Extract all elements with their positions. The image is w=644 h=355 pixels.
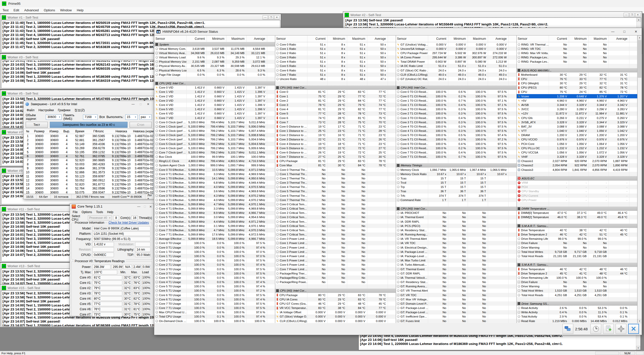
coretemp-close-button[interactable]: ✕ [149,205,152,209]
sensor-row[interactable]: IA: Package-Level ...NoNoNo [396,250,516,254]
sensor-row[interactable]: ϟGT (Slice) Voltage O...0.000 V0.000 V0.… [275,314,396,319]
sensor-row[interactable]: Core 3 Power Limit ...NoNoNo [275,250,396,254]
hwinfo-exit-button[interactable]: ✕ [628,324,639,334]
sensor-row[interactable]: ϟIA Voltage Offset0.000 V0.000 V0.000 V0… [275,310,396,314]
sensor-row[interactable]: GT: DDR RAPLNoNoNo [396,271,516,275]
column-header[interactable]: Maximum [589,35,609,42]
sensor-row[interactable]: Core 2 Ratio51 x8 x51 x50 x [275,51,396,55]
column-header[interactable]: Average [367,35,388,42]
close-button[interactable]: ✕ [274,15,279,20]
sensor-row[interactable]: GT: Running Avera...NoNoNo [396,284,516,289]
column-header[interactable]: Maximum [468,35,488,42]
sensor-row[interactable]: Core 7 T1 C0 Resid...100.0 %0.7 %100.0 %… [396,154,516,159]
sensor-row[interactable]: Core 4 T0 C0 Resid...100.0 %0.3 %100.0 %… [396,124,516,129]
sensor-row[interactable]: IA: Running Averag...NoNoNo [396,232,516,237]
column-header[interactable]: Minimum [207,35,226,42]
sensor-row[interactable]: Tras36 T36 T36 T [396,189,516,193]
minimize-button[interactable]: — [263,15,268,20]
sensor-section[interactable]: ASUS ROG MAXIMU... [517,68,637,72]
sensor-row[interactable]: DIMM[0] Temperature47.0 °C37.3 °C49.0 °C… [517,211,637,215]
linx-menu-Графики[interactable]: Графики [56,108,72,112]
linx-unit-dropdown[interactable]: раз▾ [139,114,152,120]
sensor-row[interactable]: Chassis34,804 RPM1,841 RPM4,856 RPM4,419… [517,168,637,172]
sensor-row[interactable]: Total Activity2.9 %0.0 %53.4 %0.1 % [517,314,637,319]
sensor-row[interactable]: On-Demand Clock ...100.0 %100.0 %100.0 %… [154,319,275,323]
sensor-row[interactable]: ϟCore 6 VID1.413 V0.660 V1.415 V1.397 V [154,111,275,116]
sensor-row[interactable]: CLR (CBo/LLC/Ring)...49.0 x49.0 x49.0 x4… [396,72,516,77]
sensor-section[interactable]: CPU [#0]: Intel Cor... [396,207,516,211]
sensor-row[interactable]: GT: Package-Level ...NoNoNo [396,310,516,314]
sensor-row[interactable]: CPU Package80 °C29 °C83 °C78 °C [275,293,396,297]
column-header[interactable]: Sensor [154,35,187,42]
sensor-row[interactable]: GT: Inefficient Ope...NoNoNo [396,314,516,319]
linx-result-row[interactable]: 43060030600453.269358.62789.132769e-103.… [24,146,153,150]
sensor-row[interactable]: Tcas15 T15 T15 T [396,176,516,180]
sensor-row[interactable]: IA: Max Turbo LimitNoNoNo [396,258,516,263]
sensor-row[interactable]: ϟCPU PLLs OC1.232 V1.232 V1.232 V1.232 V [517,146,637,150]
sensor-row[interactable]: RING: VR TDCNoNoNo [517,47,637,51]
sensor-row[interactable]: Write Activity0.4 %0.0 %11.3 %0.1 % [517,310,637,314]
sensor-row[interactable]: CPU IA Cores80 °C29 °C83 °C78 °C [275,297,396,301]
sensor-row[interactable]: Virtual Memory Load9.6 %9.3 %29.3 %12.1 … [154,55,275,60]
sensor-row[interactable]: Core 773 °C28 °C75 °C70 °C [275,120,396,124]
linx-result-row[interactable]: 83060030600453.003360.42839.132769e-103.… [24,162,153,166]
sensor-row[interactable]: Core 6 T0 Usage100.0 %0.0 %100.0 %97.5 % [154,293,275,297]
sensor-row[interactable]: Core 0 Clock (perf ...5,100.0 MHz799.4 M… [154,120,275,124]
sensor-row[interactable]: GT (Slice) OC Ratio ...24.0 x24.0 x24.0 … [396,68,516,72]
sensor-row[interactable]: Core 4 T0 Effective...5,099.8 MHz4.7 MHz… [154,202,275,206]
sensor-row[interactable]: Core 7 T0 Effective...5,099.8 MHz4.7 MHz… [154,228,275,232]
sensor-row[interactable]: Page File Usage0.0 %0.0 %0.0 %0.0 % [154,72,275,77]
sensor-row[interactable]: RING: Max VR Volta...NoNoNo [517,51,637,55]
sensor-row[interactable]: ×VRM---- [517,181,637,185]
sensor-row[interactable]: Drive FailureNoNoNo [517,280,637,284]
scrollbar[interactable]: ▼ [636,333,640,350]
sensor-row[interactable]: RING: VR Thermal ...NoNoNo [517,42,637,47]
sensor-row[interactable]: CPU GT Cores (Gra...46 °C29 °C48 °C45 °C [275,301,396,306]
sensor-section[interactable]: DIMM Temperature ... [517,207,637,211]
sensor-row[interactable]: Core 1 T0 C0 Resid...100.0 %0.7 %100.0 %… [396,98,516,103]
sensor-row[interactable]: Read Activity2.6 %0.0 %53.3 %0.0 % [517,306,637,310]
linx-result-row[interactable]: 123060030600453.052360.09129.132769e-103… [24,178,153,182]
sensor-row[interactable]: Core 5 Power Limit ...NoNoNo [275,258,396,263]
linx-result-row[interactable]: 13060030600452.987360.53659.132769e-103.… [24,134,153,138]
sensor-row[interactable]: Core 4 Distance to ...19 °C18 °C71 °C23 … [275,142,396,146]
sensor-row[interactable]: Core 2 Thermal Thr...NoNoNo [275,176,396,180]
hwinfo-scrollbar[interactable]: ▲▼ [637,35,641,323]
sensor-row[interactable]: ϟ+12V11.872 V11.872 V11.984 V11.881 V [517,111,637,116]
sensor-row[interactable]: ϟVHIF3.328 V3.328 V3.328 V3.328 V [517,154,637,159]
sensor-row[interactable]: Core 1 T1 Effective...5,099.8 MHz6.8 MHz… [154,181,275,185]
hwinfo-titlebar[interactable]: HWiNFO64 v6.24-4120 Sensor Status — □ ✕ [154,28,642,35]
sensor-row[interactable]: Drive WarningNoNoNo [517,284,637,289]
sensor-row[interactable]: ϟ3VCC3.280 V3.280 V3.296 V3.283 V [517,107,637,111]
linx-result-row[interactable]: 93060030600452.864361.37099.132769e-103.… [24,166,153,170]
sensor-row[interactable]: Core 3 Ratio51 x8 x51 x50 x [275,55,396,60]
sensor-row[interactable]: CPU (Weight)30 °C29 °C32 °C31 °C [517,81,637,86]
column-header[interactable]: Minimum [569,35,589,42]
sensor-row[interactable]: CPU (PECI)80 °C30 °C82 °C78 °C [517,86,637,90]
sensor-row[interactable]: ϟVTT1.040 V1.040 V1.056 V1.042 V [517,129,637,133]
prime95-titlebar[interactable]: 2-1 Prime95 [0,0,644,7]
sensor-row[interactable]: GT (Unslice) OC Rat...24.0 x24.0 x24.0 x… [396,77,516,81]
restore-button[interactable]: ❐ [268,15,274,20]
sensor-row[interactable]: IA: Thermal Velocit...NoNoNo [396,275,516,280]
sensor-row[interactable]: Core 4 T1 C0 Resid...100.0 %0.3 %100.0 %… [396,129,516,133]
sensor-row[interactable]: Core 2 Power Limit ...NoNoNo [275,245,396,250]
sensor-row[interactable]: Core 2 Distance to ...19 °C16 °C71 °C23 … [275,133,396,137]
sensor-row[interactable]: ϟCPU VCCSA1.056 V1.056 V1.072 V1.056 V [517,150,637,154]
sensor-row[interactable]: Core 7 T0 C0 Resid...100.0 %0.4 %100.0 %… [396,150,516,154]
coretemp-maximize-button[interactable]: □ [144,205,146,209]
sensor-row[interactable]: Core 4 T0 Usage100.0 %0.0 %100.0 %97.5 % [154,275,275,280]
sensor-row[interactable]: Core 0 T0 C0 Resid...100.0 %0.6 %100.0 %… [396,90,516,94]
sensor-row[interactable]: Memory Clock1,066.7 MHz1,065.6 MHz1,067.… [396,168,516,172]
sensor-row[interactable]: ϟCore 2 VID1.413 V0.660 V1.415 V1.397 V [154,94,275,98]
coretemp-menu-help[interactable]: Help [105,210,115,214]
scroll-thumb[interactable] [638,40,641,78]
sensor-row[interactable]: Read Rate1.219 MB/s0.000 MB/s14.498 MB/s… [517,319,637,323]
column-header[interactable]: Maximum [347,35,367,42]
menu-item-options[interactable]: Options [41,7,58,13]
linx-close-button[interactable]: ✕ [144,102,152,106]
sensor-row[interactable]: Core 1 T1 Usage100.0 %0.0 %100.0 %97.0 % [154,254,275,258]
sensor-section[interactable]: CPU [#0]: Intel Cor... [396,86,516,90]
sensor-row[interactable]: IA OC Ratio Limit51.0 x51.0 x51.0 x51.0 … [396,64,516,68]
column-header[interactable]: Current [307,35,328,42]
